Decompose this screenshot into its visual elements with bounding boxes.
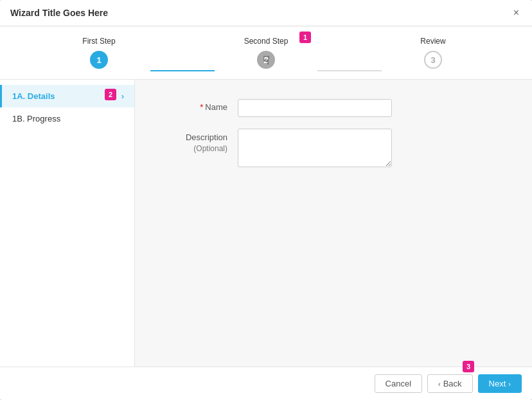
step-2-label: Second Step [244,37,288,46]
chevron-left-icon: ‹ [438,380,441,388]
step-1: First Step 1 [48,37,150,69]
sidebar-item-1a[interactable]: 1A. Details 2 › [0,85,134,107]
modal-dialog: Wizard Title Goes Here × First Step 1 [0,0,532,400]
stepper: First Step 1 1 Second Step 2 ☟ [0,26,532,80]
step-3-number: 3 [430,55,435,65]
connector-1-2 [150,70,215,71]
chevron-right-icon: › [121,92,124,101]
connector-2-3 [317,70,382,71]
sidebar-item-1a-label: 1A. Details [12,91,55,101]
description-textarea[interactable] [238,129,392,167]
step-3-circle: 3 [424,51,442,69]
modal-header: Wizard Title Goes Here × [0,0,532,26]
name-label: *Name [161,99,238,112]
close-button[interactable]: × [511,6,522,19]
modal-body: 1A. Details 2 › 1B. Progress *Name [0,80,532,367]
step-3-label: Review [420,37,445,46]
description-form-group: Description (Optional) [161,129,506,167]
content-area: *Name Description (Optional) [135,80,532,367]
modal-footer: 3 Cancel ‹ Back Next › [0,367,532,400]
step-1-label: First Step [82,37,115,46]
step-3: Review 3 [382,37,484,69]
cursor-hand-icon: ☟ [263,53,270,68]
annotation-badge-2: 2 [105,89,116,100]
sidebar-item-1b[interactable]: 1B. Progress [0,107,134,130]
back-label: Back [443,379,462,388]
step-1-circle: 1 [90,51,108,69]
name-input[interactable] [238,99,392,117]
description-label: Description (Optional) [161,129,238,154]
name-form-group: *Name [161,99,506,117]
next-button[interactable]: Next › [478,374,522,393]
annotation-badge-1: 1 [299,32,311,43]
step-1-number: 1 [96,55,101,65]
modal-title: Wizard Title Goes Here [10,8,108,18]
cancel-button[interactable]: Cancel [375,374,422,393]
sidebar-item-1b-label: 1B. Progress [12,114,60,123]
required-indicator: * [200,102,203,112]
annotation-badge-3: 3 [463,361,474,372]
sidebar: 1A. Details 2 › 1B. Progress [0,80,135,367]
next-label: Next [489,379,506,388]
step-2: 1 Second Step 2 ☟ [215,37,317,69]
back-button[interactable]: ‹ Back [427,374,473,393]
modal-overlay: Wizard Title Goes Here × First Step 1 [0,0,532,400]
chevron-right-icon: › [508,380,511,388]
